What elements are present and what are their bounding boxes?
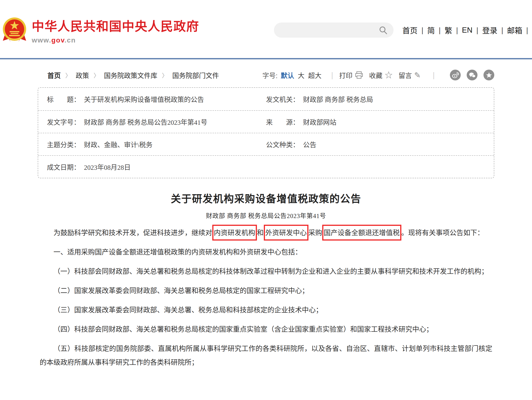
meta-cell: 标 题：关于研发机构采购设备增值税政策的公告 [47, 94, 266, 104]
nav-link-登录[interactable]: 登录 [482, 25, 497, 36]
breadcrumb: 首页〉政策〉国务院政策文件库〉国务院部门文件 [47, 70, 219, 80]
toolbar-separator: | [433, 71, 435, 80]
share-group [444, 70, 494, 80]
toolbar-separator: | [331, 71, 333, 80]
text-segment: 为鼓励科学研究和技术开发，促进科技进步，继续对 [54, 229, 212, 236]
nav-link-繁[interactable]: 繁 [445, 25, 452, 36]
font-size-default-button[interactable]: 默认 [281, 70, 294, 80]
logo-text: 中华人民共和国中央人民政府 www.gov.cn [32, 16, 199, 44]
site-header: 中华人民共和国中央人民政府 www.gov.cn 首页|简|繁|EN|登录|邮箱… [0, 0, 532, 58]
site-title: 中华人民共和国中央人民政府 [32, 16, 199, 34]
weibo-share-button[interactable] [450, 70, 461, 80]
highlight-box: 外资研发中心 [264, 225, 308, 240]
doc-paragraph: 一、适用采购国产设备全额退还增值税政策的内资研发机构和外资研发中心包括： [40, 245, 493, 259]
meta-label: 来 源： [266, 117, 299, 127]
search-input[interactable] [281, 23, 380, 37]
meta-value: 2023年08月28日 [84, 162, 131, 172]
site-logo[interactable]: 中华人民共和国中央人民政府 www.gov.cn [2, 16, 199, 44]
meta-row: 成文日期：2023年08月28日 [38, 155, 494, 178]
font-size-label: 字号: [262, 70, 278, 80]
pencil-icon: ✎ [414, 71, 421, 79]
comment-label: 留言 [399, 70, 412, 80]
document-meta-table: 标 题：关于研发机构采购设备增值税政策的公告发文机关：财政部 商务部 税务总局发… [38, 87, 494, 178]
text-segment: 采购 [308, 229, 322, 236]
print-button[interactable]: 打印 [339, 70, 363, 80]
document: 关于研发机构采购设备增值税政策的公告 财政部 商务部 税务总局公告2023年第4… [38, 191, 494, 369]
meta-value: 财政部 商务部 税务总局公告2023年第41号 [84, 117, 208, 127]
nav-separator: | [501, 26, 503, 34]
doc-paragraph: （一）科技部会同财政部、海关总署和税务总局核定的科技体制改革过程中转制为企业和进… [40, 265, 493, 278]
font-size-large-button[interactable]: 大 [298, 70, 304, 80]
weibo-icon [452, 72, 459, 78]
document-title: 关于研发机构采购设备增值税政策的公告 [38, 191, 494, 205]
wechat-share-button[interactable] [467, 70, 477, 80]
doc-paragraph: （四）科技部会同财政部、海关总署和税务总局核定的国家重点实验室（含企业国家重点实… [40, 322, 493, 336]
meta-cell: 公文种类：公告 [266, 140, 485, 149]
search-box[interactable] [274, 23, 393, 38]
meta-label: 标 题： [47, 94, 80, 104]
nav-separator: | [439, 26, 441, 34]
highlight-box: 内资研发机构 [212, 225, 257, 240]
meta-cell: 来 源：财政部网站 [266, 117, 485, 127]
nav-link-首页[interactable]: 首页 [402, 25, 418, 36]
print-label: 打印 [339, 70, 353, 80]
meta-row: 主题分类：财政、金融、审计\税务公文种类：公告 [38, 133, 494, 155]
nav-link-简[interactable]: 简 [427, 25, 435, 36]
favorite-button[interactable]: 收藏 ☆ [369, 70, 393, 80]
meta-value: 财政、金融、审计\税务 [84, 140, 152, 149]
document-body: 为鼓励科学研究和技术开发，促进科技进步，继续对内资研发机构和外资研发中心采购国产… [40, 226, 493, 369]
document-subtitle: 财政部 商务部 税务总局公告2023年第41号 [38, 211, 494, 220]
site-url: www.gov.cn [32, 36, 199, 44]
meta-label: 主题分类： [47, 140, 80, 149]
meta-value: 关于研发机构采购设备增值税政策的公告 [84, 94, 204, 104]
favorite-label: 收藏 [369, 70, 382, 80]
nav-separator: | [476, 26, 478, 34]
site-url-cn: .cn [64, 36, 76, 44]
star-icon: ☆ [385, 71, 393, 79]
text-segment: 和 [257, 229, 264, 236]
nav-link-EN[interactable]: EN [462, 26, 472, 34]
nav-separator: | [456, 26, 458, 34]
top-nav: 首页|简|繁|EN|登录|邮箱| [402, 25, 532, 36]
toolbar: 字号: 默认 大 超大 | 打印 收藏 ☆ [262, 70, 494, 80]
nav-separator: | [421, 26, 423, 34]
search-icon[interactable] [379, 26, 387, 34]
breadcrumb-toolbar-row: 首页〉政策〉国务院政策文件库〉国务院部门文件 字号: 默认 大 超大 | 打印 [38, 70, 494, 80]
doc-paragraph: （三）国家发展改革委会同财政部、海关总署、税务总局和科技部核定的企业技术中心； [40, 303, 493, 317]
meta-label: 成文日期： [47, 162, 80, 172]
comment-button[interactable]: 留言 ✎ [399, 70, 421, 80]
meta-value: 公告 [303, 140, 317, 149]
font-size-xlarge-button[interactable]: 超大 [308, 70, 322, 80]
nav-link-邮箱[interactable]: 邮箱 [507, 25, 522, 36]
intro-paragraph: 为鼓励科学研究和技术开发，促进科技进步，继续对内资研发机构和外资研发中心采购国产… [40, 226, 493, 240]
wechat-icon [469, 72, 476, 78]
meta-cell: 主题分类：财政、金融、审计\税务 [47, 140, 266, 149]
favorite-share-button[interactable] [483, 70, 494, 80]
breadcrumb-item[interactable]: 首页 [47, 70, 61, 80]
meta-label: 发文机关： [266, 94, 299, 104]
breadcrumb-item[interactable]: 国务院部门文件 [172, 70, 219, 80]
national-emblem-icon [2, 17, 27, 43]
breadcrumb-item[interactable]: 政策 [76, 70, 89, 80]
meta-label: 公文种类： [266, 140, 299, 149]
meta-value: 财政部网站 [303, 117, 336, 127]
highlight-box: 国产设备全额退还增值税 [322, 225, 401, 240]
breadcrumb-separator: 〉 [65, 71, 71, 79]
doc-paragraph: （五）科技部核定的国务院部委、直属机构所属从事科学研究工作的各类科研院所，以及各… [40, 342, 493, 369]
header-divider [0, 58, 532, 60]
meta-cell: 发文字号：财政部 商务部 税务总局公告2023年第41号 [47, 117, 266, 127]
breadcrumb-item[interactable]: 国务院政策文件库 [104, 70, 157, 80]
breadcrumb-separator: 〉 [162, 71, 168, 79]
site-url-www: www. [32, 36, 51, 44]
favorite-star-icon [486, 72, 492, 78]
text-segment: 。现将有关事项公告如下： [401, 229, 484, 236]
breadcrumb-separator: 〉 [94, 71, 99, 79]
nav-separator: | [526, 26, 528, 34]
meta-cell: 成文日期：2023年08月28日 [47, 162, 266, 172]
meta-row: 发文字号：财政部 商务部 税务总局公告2023年第41号来 源：财政部网站 [38, 110, 494, 133]
printer-icon [355, 71, 363, 79]
meta-row: 标 题：关于研发机构采购设备增值税政策的公告发文机关：财政部 商务部 税务总局 [38, 88, 494, 110]
meta-label: 发文字号： [47, 117, 80, 127]
meta-value: 财政部 商务部 税务总局 [303, 94, 373, 104]
page: 中华人民共和国中央人民政府 www.gov.cn 首页|简|繁|EN|登录|邮箱… [0, 0, 532, 369]
